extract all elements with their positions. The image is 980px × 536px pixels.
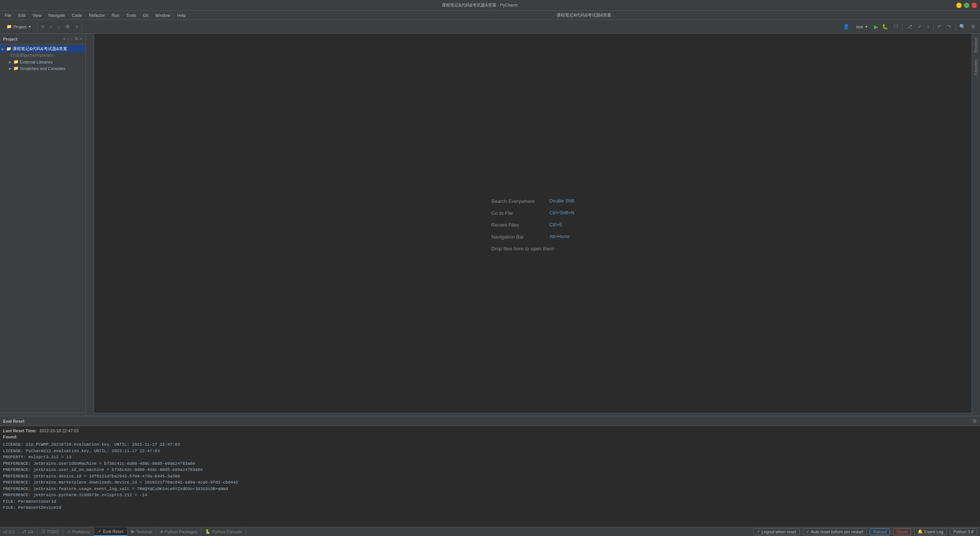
tab-problems[interactable]: ⚠ Problems — [63, 527, 94, 536]
check-icon[interactable]: ✓ — [916, 23, 923, 30]
bottom-content: Last Reset Time: 2022-10-18 22:47:03 Fou… — [0, 426, 980, 527]
log-line: LICENSE: plp_PCWMP_20210728.evaluation.k… — [3, 441, 977, 448]
event-log-label: Event Log — [924, 529, 944, 534]
root-folder-icon: 📁 — [6, 46, 11, 51]
menu-help[interactable]: Help — [174, 12, 189, 18]
editor-scrollbar[interactable] — [94, 413, 972, 416]
problems-tab-icon: ⚠ — [67, 529, 71, 534]
tree-item-scratches[interactable]: ▶ 📁 Scratches and Consoles — [0, 65, 85, 72]
close-button[interactable] — [972, 3, 977, 8]
todo-tab-icon: ☑ — [41, 529, 45, 534]
bottom-tabs: ⎇ Git ☑ TODO ⚠ Problems ✓ Eval Reset ▶ T… — [18, 527, 750, 536]
sidebar-list-icon[interactable]: ≡ — [63, 36, 65, 41]
bottom-last-reset: Last Reset Time: 2022-10-18 22:47:03 — [3, 428, 977, 433]
python-console-tab-label: Python Console — [212, 529, 242, 534]
profile-icon[interactable]: 👤 — [841, 23, 851, 30]
minimize-button[interactable] — [956, 3, 962, 8]
window-controls[interactable] — [956, 3, 977, 8]
log-line: PREFERENCE: jetbrains.user_id_on_machine… — [3, 467, 977, 473]
project-dropdown[interactable]: 📁 Project ▼ — [3, 23, 35, 31]
sidebar-close-icon[interactable]: × — [80, 36, 82, 41]
bottom-panel-controls: ⚙ — [973, 418, 977, 424]
list-icon[interactable]: ≡ — [40, 23, 46, 30]
sidebar-title: Project — [3, 37, 62, 41]
menu-file[interactable]: File — [2, 12, 15, 18]
version-info: v2.3.3 — [0, 529, 18, 534]
reload-btn[interactable]: Reload — [870, 528, 890, 535]
menu-navigate[interactable]: Navigate — [45, 12, 68, 18]
tab-python-console[interactable]: 🐍 Python Console — [201, 527, 246, 536]
auto-reset-label: Auto reset before per restart — [811, 529, 864, 534]
reset-btn[interactable]: Reset — [893, 528, 911, 535]
tab-terminal[interactable]: ▶ Terminal — [127, 527, 156, 536]
sidebar-down-icon[interactable]: ↓ — [71, 36, 73, 41]
sidebar-gear-icon[interactable]: ⚙ — [75, 36, 78, 41]
auto-reset-checkbox-icon: ✓ — [806, 529, 809, 534]
tree-item-root[interactable]: ▶ 📁 课程笔记&代码&考试题&答案 — [0, 45, 85, 52]
python-version-btn[interactable]: Python 3.8 — [950, 528, 977, 535]
hint-goto-shortcut: Ctrl+Shift+N — [549, 210, 574, 216]
bottom-panel-header: Eval Reset ⚙ — [0, 416, 980, 426]
undo-icon[interactable]: ↶ — [936, 23, 943, 30]
bottom-panel: Eval Reset ⚙ Last Reset Time: 2022-10-18… — [0, 416, 980, 527]
up-icon[interactable]: ↑ — [48, 23, 54, 30]
sidebar-content: ▶ 📁 课程笔记&代码&考试题&答案 D:\迅雷\pycharm\practic… — [0, 44, 85, 413]
ext-label: External Libraries — [20, 60, 53, 64]
hint-search-shortcut: Double Shift — [549, 198, 574, 204]
git-icon[interactable]: ⎇ — [905, 23, 914, 30]
down-icon[interactable]: ↓ — [56, 23, 62, 30]
log-line: FILE: PermanentUserId — [3, 498, 977, 505]
hint-go-to-file: Go to File Ctrl+Shift+N — [491, 210, 574, 216]
menu-window[interactable]: Window — [152, 12, 173, 18]
sidebar: Project ≡ ↑ ↓ ⚙ × ▶ 📁 课程笔记&代码&考试题&答案 D:\… — [0, 34, 86, 416]
menu-edit[interactable]: Edit — [15, 12, 29, 18]
scratches-folder-icon: 📁 — [13, 66, 19, 71]
reload-label: Reload — [873, 529, 887, 534]
redo-icon[interactable]: ↷ — [946, 23, 953, 30]
maximize-button[interactable] — [964, 3, 969, 8]
auto-reset-btn[interactable]: ✓ Auto reset before per restart — [803, 528, 867, 535]
push-icon[interactable]: ↑ — [926, 23, 931, 30]
close-icon[interactable]: × — [74, 23, 80, 30]
run-button[interactable]: ▶ — [874, 24, 878, 30]
log-line: PROPERTY: evlsprt3.212 = 13 — [3, 454, 977, 461]
side-tab-structure[interactable]: Structure — [973, 35, 979, 56]
debug-button[interactable]: 🐛 — [880, 23, 890, 30]
root-path: D:\迅雷\pycharm\practice — [0, 52, 85, 59]
sidebar-scrollbar[interactable] — [0, 413, 85, 416]
settings-icon[interactable]: ⚙ — [64, 23, 72, 30]
log-lines-container: LICENSE: plp_PCWMP_20210728.evaluation.k… — [3, 441, 977, 511]
menu-code[interactable]: Code — [69, 12, 85, 18]
tab-todo[interactable]: ☑ TODO — [38, 527, 63, 536]
reset-label: Reset — [897, 529, 908, 534]
settings-icon-panel[interactable]: ⚙ — [973, 418, 977, 424]
git-tab-label: Git — [28, 529, 33, 534]
tab-python-packages[interactable]: ◈ Python Packages — [156, 527, 202, 536]
menu-tools[interactable]: Tools — [123, 12, 139, 18]
log-line: PREFERENCE: jetbrains.device_id = 18f022… — [3, 473, 977, 480]
search-icon[interactable]: 🔍 — [958, 23, 967, 30]
hint-goto-label: Go to File — [491, 210, 545, 216]
event-log-btn[interactable]: 🔔 Event Log — [914, 528, 947, 535]
tab-git[interactable]: ⎇ Git — [18, 527, 38, 536]
toolbar: 📁 Project ▼ ≡ ↑ ↓ ⚙ × 👤 test ▼ ▶ 🐛 🛡 ⎇ ✓… — [0, 20, 980, 34]
menu-git[interactable]: Git — [140, 12, 152, 18]
sidebar-up-icon[interactable]: ↑ — [67, 36, 70, 41]
logout-when-reset-btn[interactable]: ✓ Logout when reset — [753, 528, 800, 535]
eval-tab-label: Eval Reset — [103, 529, 123, 534]
menu-view[interactable]: View — [29, 12, 45, 18]
tree-item-external-libraries[interactable]: ▶ 📁 External Libraries — [0, 59, 85, 65]
menu-run[interactable]: Run — [109, 12, 122, 18]
terminal-tab-icon: ▶ — [131, 529, 134, 534]
tree-arrow-root: ▶ — [2, 47, 4, 51]
menu-refactor[interactable]: Refactor — [86, 12, 108, 18]
coverage-button[interactable]: 🛡 — [892, 23, 900, 30]
run-config-dropdown[interactable]: test ▼ — [853, 23, 872, 31]
git-tab-icon: ⎇ — [21, 529, 26, 534]
tab-eval-reset[interactable]: ✓ Eval Reset — [94, 527, 127, 536]
toolbar-sep-2 — [82, 23, 82, 31]
tree-arrow-scratches: ▶ — [9, 67, 11, 70]
side-tab-favorites[interactable]: Favorites — [973, 57, 979, 77]
settings-gear-icon[interactable]: ⚙ — [969, 23, 977, 30]
nav-path: 课程笔记&代码&考试题&答案 — [189, 12, 978, 18]
